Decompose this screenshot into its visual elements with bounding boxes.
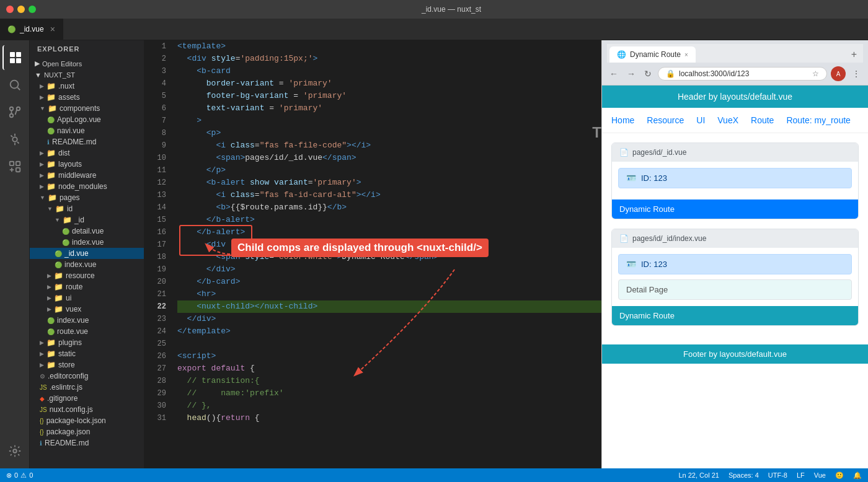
item-label: assets: [58, 93, 80, 102]
maximize-dot[interactable]: [29, 6, 36, 13]
browser-tab-active[interactable]: 🌐 Dynamic Route ×: [609, 46, 696, 63]
nav-route[interactable]: Route: [751, 115, 774, 125]
sidebar-item-plugins[interactable]: ▶ 📁 plugins: [30, 337, 144, 348]
sidebar-item-index-id[interactable]: 🟢 index.vue: [30, 259, 144, 270]
item-label: _id: [74, 216, 84, 224]
item-label: .nuxt: [58, 82, 74, 90]
code-line-1: <template>: [177, 40, 601, 53]
browser-nav-links: Home Resource UI VueX Route Route: my_ro…: [602, 108, 868, 133]
forward-button[interactable]: →: [624, 68, 638, 80]
sidebar-item-pages[interactable]: ▼ 📁 pages: [30, 192, 144, 203]
card-1-footer-text: Dynamic Route: [619, 204, 675, 214]
profile-button[interactable]: A: [831, 66, 846, 81]
code-lines[interactable]: <template> <div style='padding:15px;'> <…: [172, 40, 601, 468]
nav-home[interactable]: Home: [611, 115, 634, 125]
sidebar-item-store[interactable]: ▶ 📁 store: [30, 359, 144, 370]
sidebar-item-applogo[interactable]: 🟢 AppLogo.vue: [30, 114, 144, 125]
refresh-button[interactable]: ↻: [642, 68, 654, 80]
browser-tab-close-icon[interactable]: ×: [684, 51, 688, 58]
error-icon: ⊗: [6, 471, 12, 480]
sidebar-item-editorconfig[interactable]: ⚙ .editorconfig: [30, 370, 144, 382]
status-encoding[interactable]: UTF-8: [768, 471, 787, 480]
sidebar-item-layouts[interactable]: ▶ 📁 layouts: [30, 159, 144, 170]
project-label: NUXT_ST: [44, 71, 75, 79]
nav-resource[interactable]: Resource: [647, 115, 684, 125]
sidebar-item-readme2[interactable]: ℹ README.md: [30, 437, 144, 449]
sidebar-item-eslint[interactable]: JS .eslintrc.js: [30, 382, 144, 393]
json-file-icon: {}: [40, 418, 44, 424]
code-line-8: <p>: [177, 127, 601, 139]
folder-icon: 📁: [46, 338, 56, 347]
sidebar-item-route[interactable]: ▶ 📁 route: [30, 281, 144, 292]
debug-icon[interactable]: [2, 127, 27, 152]
sidebar-item-packagelock[interactable]: {} package-lock.json: [30, 415, 144, 426]
nav-vuex[interactable]: VueX: [717, 115, 738, 125]
browser-menu-button[interactable]: ⋮: [849, 68, 863, 80]
item-label: index.vue: [64, 260, 96, 269]
sidebar-item-nuxtconfig[interactable]: JS nuxt.config.js: [30, 404, 144, 415]
sidebar-item-nodemodules[interactable]: ▶ 📁 node_modules: [30, 181, 144, 192]
folder-arrow: ▶: [40, 172, 44, 178]
sidebar-item-route-vue[interactable]: 🟢 route.vue: [30, 326, 144, 337]
status-errors[interactable]: ⊗ 0 ⚠ 0: [6, 471, 33, 480]
sidebar-item-static[interactable]: ▶ 📁 static: [30, 348, 144, 359]
address-bar[interactable]: 🔒 localhost:3000/id/123 ☆: [658, 67, 827, 81]
sidebar-item-detail[interactable]: 🟢 detail.vue: [30, 226, 144, 237]
window-controls[interactable]: [6, 6, 36, 13]
sidebar-item-id[interactable]: ▼ 📁 id: [30, 203, 144, 214]
sidebar-item-index-pages[interactable]: 🟢 index.vue: [30, 315, 144, 326]
status-line-ending[interactable]: LF: [797, 471, 805, 480]
svg-rect-15: [16, 162, 19, 165]
card-2-subcard: Detail Page: [618, 279, 852, 300]
item-label: dist: [58, 149, 70, 157]
sidebar-item-resource[interactable]: ▶ 📁 resource: [30, 270, 144, 281]
sidebar-item-navi[interactable]: 🟢 navi.vue: [30, 125, 144, 136]
id-icon-2: 🪪: [626, 260, 636, 269]
status-language[interactable]: Vue: [814, 471, 826, 480]
svg-rect-0: [10, 52, 15, 57]
sidebar-item-nuxt[interactable]: ▶ 📁 .nuxt: [30, 81, 144, 92]
code-line-22: <nuxt-child></nuxt-child>: [177, 300, 601, 313]
sidebar-item-assets[interactable]: ▶ 📁 assets: [30, 92, 144, 103]
editor-content[interactable]: 1 2 3 4 5 6 7 8 9 10 11 12 13 14 15 16 1: [144, 40, 601, 468]
minimize-dot[interactable]: [17, 6, 25, 13]
folder-icon: 📁: [48, 193, 57, 202]
close-dot[interactable]: [6, 6, 14, 13]
sidebar-item-package[interactable]: {} package.json: [30, 426, 144, 437]
item-label: store: [58, 361, 75, 369]
back-button[interactable]: ←: [607, 68, 621, 80]
tab-close-icon[interactable]: ×: [50, 24, 55, 34]
sidebar-item-components[interactable]: ▼ 📁 components: [30, 103, 144, 114]
sidebar-item-readme1[interactable]: ℹ README.md: [30, 136, 144, 147]
sidebar-item-vuex[interactable]: ▶ 📁 vuex: [30, 304, 144, 315]
code-editor[interactable]: 1 2 3 4 5 6 7 8 9 10 11 12 13 14 15 16 1: [144, 40, 601, 468]
status-position[interactable]: Ln 22, Col 21: [678, 471, 719, 480]
sidebar-item-id-vue[interactable]: 🟢 _id.vue: [30, 248, 144, 259]
vue-file-icon: 🟢: [62, 228, 69, 235]
explorer-icon[interactable]: [2, 45, 27, 70]
extensions-icon[interactable]: [2, 154, 27, 179]
sidebar-item-middleware[interactable]: ▶ 📁 middleware: [30, 170, 144, 181]
new-tab-button[interactable]: +: [848, 46, 861, 63]
nav-route-myroute[interactable]: Route: my_route: [786, 115, 851, 125]
project-section[interactable]: ▼ NUXT_ST: [30, 69, 144, 81]
folder-arrow: ▶: [40, 94, 44, 100]
source-control-icon[interactable]: [2, 100, 27, 125]
status-bell[interactable]: 🔔: [853, 471, 862, 480]
folder-arrow: ▼: [55, 217, 60, 223]
sidebar-item-dist[interactable]: ▶ 📁 dist: [30, 147, 144, 159]
nav-ui[interactable]: UI: [696, 115, 705, 125]
settings-icon[interactable]: [2, 439, 27, 463]
tab-id-vue[interactable]: 🟢 _id.vue ×: [0, 19, 63, 40]
search-icon[interactable]: [2, 72, 27, 97]
open-editors-section[interactable]: ▶ Open Editors: [30, 58, 144, 69]
sidebar-item-index-under[interactable]: 🟢 index.vue: [30, 237, 144, 248]
sidebar-item-ui[interactable]: ▶ 📁 ui: [30, 292, 144, 304]
vue-file-icon: 🟢: [62, 239, 69, 246]
status-spaces[interactable]: Spaces: 4: [728, 471, 759, 480]
open-editors-label: Open Editors: [42, 60, 82, 68]
folder-arrow: ▶: [40, 161, 44, 167]
sidebar-item-gitignore[interactable]: ◆ .gitignore: [30, 393, 144, 404]
sidebar-item-underscore-id[interactable]: ▼ 📁 _id: [30, 214, 144, 226]
star-icon[interactable]: ☆: [812, 69, 819, 78]
